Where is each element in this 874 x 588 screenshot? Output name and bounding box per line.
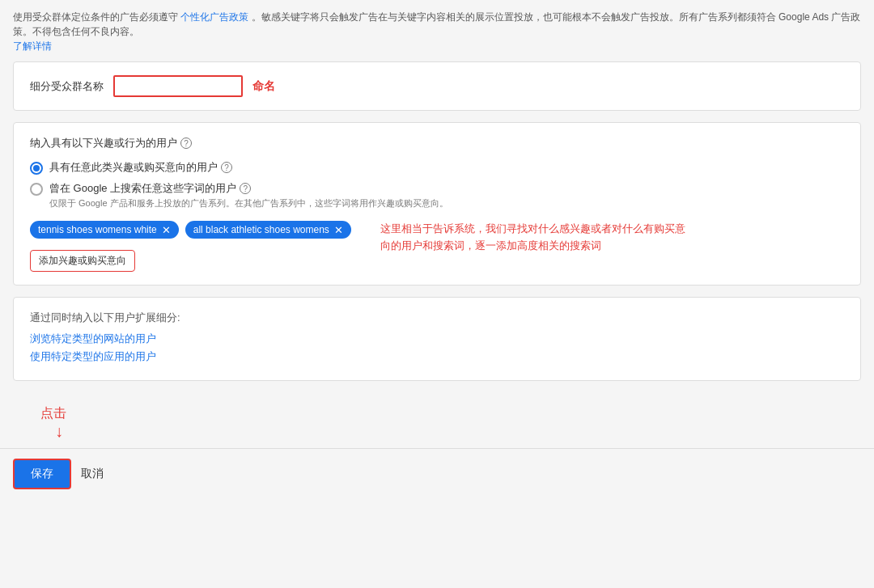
radio-item-2: 曾在 Google 上搜索任意这些字词的用户 ? 仅限于 Google 产品和服…	[30, 181, 844, 209]
name-field-label: 细分受众群名称	[30, 79, 104, 94]
name-section: 细分受众群名称 命名	[13, 61, 861, 111]
tag-1: tennis shoes womens white ✕	[30, 221, 179, 239]
radio-unchecked-icon-2[interactable]	[30, 183, 43, 196]
tags-row: tennis shoes womens white ✕ all black at…	[30, 221, 351, 239]
radio-label-1: 具有任意此类兴趣或购买意向的用户 ?	[49, 160, 232, 175]
tag-2-close[interactable]: ✕	[334, 225, 343, 235]
tags-left: tennis shoes womens white ✕ all black at…	[30, 221, 351, 272]
main-container: 使用受众群体定位条件的广告必须遵守 个性化广告政策 。敏感关键字将只会触发广告在…	[0, 0, 874, 402]
tag-1-text: tennis shoes womens white	[38, 224, 157, 235]
section2-help-icon[interactable]: ?	[180, 137, 192, 149]
tag-2: all black athletic shoes womens ✕	[185, 221, 351, 239]
radio1-help-icon[interactable]: ?	[221, 162, 232, 173]
interests-section: 纳入具有以下兴趣或行为的用户 ? 具有任意此类兴趣或购买意向的用户 ?	[13, 122, 861, 286]
click-annotation: 点击 ↓	[40, 405, 66, 441]
bottom-area: 点击 ↓ 保存 取消	[0, 402, 874, 499]
top-notice: 使用受众群体定位条件的广告必须遵守 个性化广告政策 。敏感关键字将只会触发广告在…	[13, 10, 861, 53]
expand-link-1[interactable]: 浏览特定类型的网站的用户	[30, 332, 844, 346]
arrow-down-icon: ↓	[55, 422, 66, 441]
radio-label-2: 曾在 Google 上搜索任意这些字词的用户 ? 仅限于 Google 产品和服…	[49, 181, 448, 209]
policy-link[interactable]: 个性化广告政策	[180, 11, 248, 23]
radio2-help-icon[interactable]: ?	[240, 183, 251, 194]
name-field-row: 细分受众群名称 命名	[30, 75, 844, 97]
cancel-button[interactable]: 取消	[81, 467, 104, 481]
expand-section: 通过同时纳入以下用户扩展细分: 浏览特定类型的网站的用户 使用特定类型的应用的用…	[13, 297, 861, 381]
radio-item-1: 具有任意此类兴趣或购买意向的用户 ?	[30, 160, 844, 175]
expand-title: 通过同时纳入以下用户扩展细分:	[30, 311, 844, 325]
learn-more-link[interactable]: 了解详情	[13, 40, 52, 52]
tag-1-close[interactable]: ✕	[162, 225, 171, 235]
notice-text-before: 使用受众群体定位条件的广告必须遵守	[13, 11, 178, 23]
section2-title: 纳入具有以下兴趣或行为的用户 ?	[30, 136, 844, 150]
expand-link-2[interactable]: 使用特定类型的应用的用户	[30, 349, 844, 364]
name-hint: 命名	[252, 79, 275, 94]
radio-checked-icon-1[interactable]	[30, 162, 43, 175]
add-interest-button[interactable]: 添加兴趣或购买意向	[30, 250, 135, 272]
annotation-text: 这里相当于告诉系统，我们寻找对什么感兴趣或者对什么有购买意向的用户和搜索词，逐一…	[380, 221, 688, 255]
tags-annotation-row: tennis shoes womens white ✕ all black at…	[30, 221, 844, 272]
click-label: 点击	[40, 406, 66, 420]
radio-checked-inner-1	[33, 165, 40, 171]
name-input[interactable]	[113, 75, 243, 97]
save-button[interactable]: 保存	[13, 459, 71, 489]
bottom-buttons: 保存 取消	[0, 448, 874, 499]
tag-2-text: all black athletic shoes womens	[193, 224, 329, 235]
radio2-sub: 仅限于 Google 产品和服务上投放的广告系列。在其他广告系列中，这些字词将用…	[49, 197, 448, 209]
radio-group: 具有任意此类兴趣或购买意向的用户 ? 曾在 Google 上搜索任意这些字词的用…	[30, 160, 844, 209]
